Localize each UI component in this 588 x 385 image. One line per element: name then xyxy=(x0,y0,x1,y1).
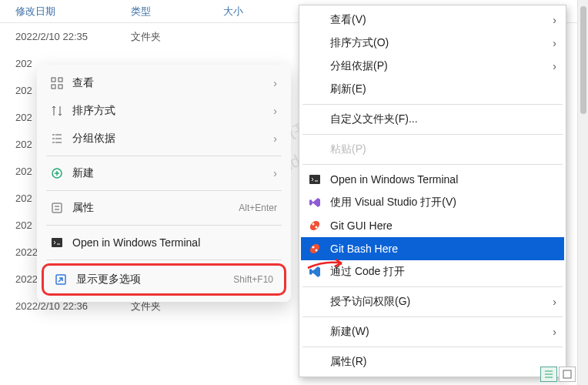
git-icon xyxy=(309,243,330,255)
plus-icon xyxy=(51,167,72,179)
menu-group[interactable]: 分组依据 › xyxy=(40,125,288,152)
svg-point-10 xyxy=(312,223,315,226)
svg-point-14 xyxy=(316,249,318,252)
svg-rect-1 xyxy=(58,78,62,82)
expand-icon xyxy=(55,273,76,286)
chevron-right-icon: › xyxy=(273,77,277,89)
menu-label: 查看 xyxy=(72,76,273,90)
grid-icon xyxy=(51,77,72,89)
properties-icon xyxy=(51,202,72,214)
scrollbar-thumb[interactable] xyxy=(580,6,586,114)
svg-rect-8 xyxy=(309,175,320,184)
menu-git-bash[interactable]: Git Bash Here xyxy=(301,237,564,260)
svg-point-13 xyxy=(312,246,315,249)
chevron-right-icon: › xyxy=(273,132,277,145)
visual-studio-icon xyxy=(309,196,330,209)
separator xyxy=(302,346,563,347)
menu-git-gui[interactable]: Git GUI Here xyxy=(301,214,564,237)
menu-view[interactable]: 查看(V)› xyxy=(301,8,564,32)
svg-rect-2 xyxy=(52,85,55,89)
menu-refresh[interactable]: 刷新(E) xyxy=(301,78,564,101)
menu-vs-open[interactable]: 使用 Visual Studio 打开(V) xyxy=(301,191,564,214)
git-icon xyxy=(309,219,330,232)
svg-rect-0 xyxy=(52,78,55,82)
chevron-right-icon: › xyxy=(553,296,556,308)
menu-properties[interactable]: 属性(R) xyxy=(301,350,564,373)
chevron-right-icon: › xyxy=(273,105,277,117)
menu-label: 分组依据 xyxy=(72,132,273,146)
menu-sort[interactable]: 排序方式(O)› xyxy=(301,32,564,55)
menu-label: 显示更多选项 xyxy=(76,273,233,286)
header-type[interactable]: 类型 xyxy=(131,5,223,18)
group-icon xyxy=(51,132,72,145)
svg-rect-15 xyxy=(563,370,571,378)
menu-new[interactable]: 新建(W)› xyxy=(301,320,564,343)
chevron-right-icon: › xyxy=(553,60,556,72)
sort-icon xyxy=(51,105,72,117)
chevron-right-icon: › xyxy=(273,167,277,179)
menu-label: 新建 xyxy=(72,166,273,180)
menu-customize-folder[interactable]: 自定义文件夹(F)... xyxy=(301,108,564,131)
menu-paste: 粘贴(P) xyxy=(301,138,564,161)
svg-rect-12 xyxy=(309,243,321,255)
separator xyxy=(302,134,563,135)
separator xyxy=(302,316,563,317)
header-size[interactable]: 大小 xyxy=(223,5,285,18)
separator xyxy=(302,164,563,165)
menu-sort[interactable]: 排序方式 › xyxy=(40,97,288,125)
svg-point-11 xyxy=(316,226,318,229)
separator xyxy=(302,104,563,105)
chevron-right-icon: › xyxy=(553,37,556,49)
header-date[interactable]: 修改日期 xyxy=(15,5,131,18)
separator xyxy=(46,156,282,156)
menu-label: 排序方式 xyxy=(72,104,273,118)
context-menu-classic: 查看(V)› 排序方式(O)› 分组依据(P)› 刷新(E) 自定义文件夹(F)… xyxy=(299,5,566,377)
separator xyxy=(46,190,282,191)
separator xyxy=(46,225,282,226)
vscode-icon xyxy=(309,266,330,278)
svg-rect-9 xyxy=(309,219,321,232)
vertical-scrollbar[interactable] xyxy=(577,0,588,385)
separator xyxy=(302,286,563,287)
menu-open-terminal[interactable]: Open in Windows Terminal xyxy=(301,168,564,191)
menu-label: 属性 xyxy=(72,201,239,215)
shortcut-hint: Shift+F10 xyxy=(233,274,273,285)
svg-rect-3 xyxy=(58,85,62,89)
menu-code-open[interactable]: 通过 Code 打开 xyxy=(301,260,564,283)
details-view-button[interactable] xyxy=(540,367,557,382)
separator xyxy=(46,259,282,260)
menu-open-terminal[interactable]: Open in Windows Terminal xyxy=(40,229,288,256)
context-menu-win11: 查看 › 排序方式 › 分组依据 › 新建 › 属性 Alt+Enter Ope… xyxy=(37,65,291,302)
menu-new[interactable]: 新建 › xyxy=(40,159,288,187)
terminal-icon xyxy=(51,236,72,249)
view-mode-buttons xyxy=(540,367,576,382)
menu-label: Open in Windows Terminal xyxy=(72,236,277,249)
highlight-box: 显示更多选项 Shift+F10 xyxy=(42,263,286,296)
svg-rect-6 xyxy=(52,238,62,247)
menu-grant-access[interactable]: 授予访问权限(G)› xyxy=(301,290,564,313)
menu-show-more[interactable]: 显示更多选项 Shift+F10 xyxy=(44,266,284,293)
terminal-icon xyxy=(309,173,330,186)
menu-properties[interactable]: 属性 Alt+Enter xyxy=(40,194,288,222)
chevron-right-icon: › xyxy=(553,326,556,338)
icons-view-button[interactable] xyxy=(559,367,576,382)
menu-view[interactable]: 查看 › xyxy=(40,69,288,97)
chevron-right-icon: › xyxy=(553,14,556,26)
svg-rect-5 xyxy=(52,203,62,213)
shortcut-hint: Alt+Enter xyxy=(239,203,277,213)
menu-group[interactable]: 分组依据(P)› xyxy=(301,55,564,78)
